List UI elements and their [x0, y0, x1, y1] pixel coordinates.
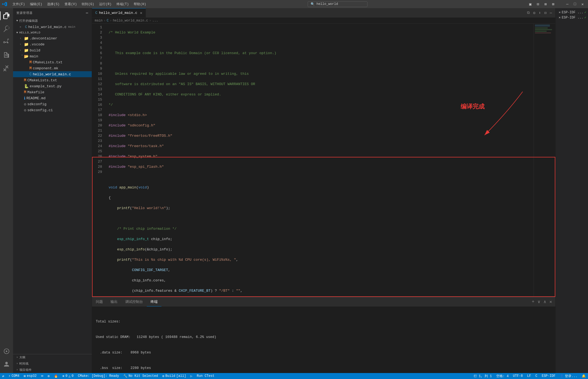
status-esp32[interactable]: ⊞ esp32 — [22, 373, 39, 379]
menu-help[interactable]: 帮助(H) — [131, 1, 148, 7]
panels-icon[interactable]: ⊠ — [550, 1, 556, 7]
components-section[interactable]: › 项目组件 — [13, 367, 92, 373]
file-makefile[interactable]: M Makefile — [13, 89, 92, 95]
outline-section[interactable]: › 大纲 — [13, 354, 92, 361]
file-hello-world-main[interactable]: C hello_world_main.c — [13, 71, 92, 77]
menu-run[interactable]: 运行(R) — [97, 1, 114, 7]
activity-source-control[interactable] — [0, 35, 13, 48]
panels-icon[interactable]: ⊟ — [543, 10, 547, 16]
search-icon: 🔍 — [311, 2, 315, 6]
file-sdkconfig-ci[interactable]: ⚙ sdkconfig.ci — [13, 107, 92, 113]
esp-idf-item-1[interactable]: ✕ ESP-IDF ... ✓ — [559, 10, 586, 14]
status-kit[interactable]: 🔧 No Kit Selected — [121, 373, 160, 379]
more-icon[interactable]: ⋯ — [549, 10, 553, 16]
activity-search[interactable] — [0, 22, 13, 35]
status-position[interactable]: 行 1, 列 1 — [471, 373, 494, 379]
minimize-button[interactable]: — — [564, 1, 571, 7]
file-cmakelists-main[interactable]: M CMakeLists.txt — [13, 59, 92, 65]
code-line-2 — [109, 40, 534, 45]
file-example-test[interactable]: 🐍 example_test.py — [13, 83, 92, 89]
status-runctest[interactable]: Run CTest — [195, 373, 217, 379]
close-button[interactable]: ✕ — [579, 1, 586, 7]
status-errors[interactable]: ⊗ 0 △ 0 — [60, 373, 76, 379]
chevron-up-icon[interactable]: ∧ — [543, 299, 547, 305]
status-remote-icon-item[interactable]: ⇄ — [0, 373, 6, 379]
grid-icon[interactable]: ⊞ — [542, 1, 549, 7]
code-line-12: #include "freertos/task.h" — [109, 144, 534, 149]
encoding-label: UTF-8 — [513, 374, 523, 378]
activity-extensions[interactable] — [0, 61, 13, 74]
code-line-9: #include <stdio.h> — [109, 113, 534, 118]
status-notifications[interactable]: 🔔 — [580, 373, 588, 379]
editor-content[interactable]: 12345 678910 1112131415 1617181920 21222… — [92, 24, 555, 297]
code-editor[interactable]: /* Hello World Example This example code… — [104, 24, 534, 297]
bell-icon: 🔔 — [582, 374, 586, 378]
status-build[interactable]: ⚙ Build [all] — [160, 373, 188, 379]
menu-edit[interactable]: 编辑(E) — [28, 1, 45, 7]
login-label: 登录... — [565, 374, 577, 378]
sidebar-new-file-icon[interactable]: ⋯ — [86, 11, 88, 15]
activity-explorer[interactable] — [0, 9, 13, 22]
panel-tab-terminal[interactable]: 终端 — [147, 297, 161, 306]
menu-select[interactable]: 选择(S) — [45, 1, 62, 7]
file-component-mk[interactable]: M component.mk — [13, 65, 92, 71]
tab-close-icon[interactable]: ✕ — [140, 11, 142, 15]
file-main-folder[interactable]: › 📂 main — [13, 53, 92, 59]
open-file-item[interactable]: ✕ C hello_world_main.c main — [13, 24, 92, 30]
status-run-icon[interactable]: ▷ — [188, 373, 195, 379]
status-settings-icon[interactable]: ⚙ — [45, 373, 52, 379]
status-espidf[interactable]: ESP-IDF — [540, 373, 558, 379]
open-editors-section[interactable]: ▼ 打开的编辑器 — [13, 18, 92, 24]
settings-icon[interactable]: ⚙ — [532, 10, 536, 16]
status-flame-icon[interactable]: 🔥 — [52, 373, 60, 379]
menu-file[interactable]: 文件(F) — [10, 1, 27, 7]
file-cmakelists-root[interactable]: M CMakeLists.txt — [13, 77, 92, 83]
status-spaces[interactable]: 空格: 4 — [494, 373, 511, 379]
activity-run[interactable] — [0, 48, 13, 61]
status-login[interactable]: 👤 登录... — [558, 373, 580, 379]
panel-tab-output[interactable]: 输出 — [107, 297, 121, 306]
status-com4[interactable]: ⚡ COM4 — [6, 373, 22, 379]
file-vscode[interactable]: › 📁 .vscode — [13, 41, 92, 47]
title-search-area: 🔍 hello_world — [148, 1, 527, 7]
title-search-box[interactable]: 🔍 hello_world — [308, 1, 367, 7]
close-editor-icon[interactable]: ✕ — [20, 25, 24, 29]
breadcrumb-file[interactable]: hello_world_main.c — [113, 19, 148, 23]
warning-count: 0 — [72, 374, 74, 378]
file-readme[interactable]: ℹ README.md — [13, 95, 92, 101]
chevron-down-icon[interactable]: ∨ — [537, 299, 541, 305]
layout-icon[interactable]: ▣ — [527, 1, 534, 7]
menu-terminal[interactable]: 终端(T) — [114, 1, 131, 7]
panel-tab-problems[interactable]: 问题 — [92, 297, 107, 306]
project-section[interactable]: ▼ HELLO_WORLD — [13, 30, 92, 35]
menu-goto[interactable]: 转到(G) — [79, 1, 96, 7]
maximize-button[interactable]: □ — [572, 1, 578, 7]
menu-view[interactable]: 查看(V) — [62, 1, 79, 7]
status-cmake[interactable]: CMake: [Debug]: Ready — [76, 373, 121, 379]
breadcrumb-main[interactable]: main — [95, 19, 103, 23]
editor-tab-active[interactable]: C hello_world_main.c ✕ — [92, 8, 146, 17]
breadcrumb-ellipsis[interactable]: ... — [152, 19, 158, 23]
status-lang[interactable]: C — [533, 373, 540, 379]
file-build[interactable]: › 📁 build — [13, 47, 92, 53]
file-devcontainer[interactable]: › 📁 .devcontainer — [13, 35, 92, 41]
outline-chevron-icon: › — [16, 356, 18, 359]
add-terminal-icon[interactable]: + — [531, 299, 535, 305]
terminal-content[interactable]: Total sizes: Used static DRAM: 11248 byt… — [92, 307, 555, 373]
minimap[interactable] — [534, 24, 555, 297]
activity-remote[interactable] — [0, 345, 13, 358]
timeline-section[interactable]: › 时间线 — [13, 361, 92, 367]
split-icon[interactable]: ⊟ — [535, 1, 541, 7]
activity-account[interactable] — [0, 358, 13, 371]
espidf-label: ESP-IDF — [542, 374, 555, 378]
status-term-icon[interactable]: ⌨ — [39, 373, 45, 379]
download-icon[interactable]: ⬇ — [538, 10, 542, 16]
split-editor-icon[interactable]: ⧉ — [526, 10, 531, 15]
breadcrumb-lang[interactable]: C — [107, 19, 109, 23]
close-panel-icon[interactable]: ✕ — [548, 299, 553, 305]
file-sdkconfig[interactable]: ⚙ sdkconfig — [13, 101, 92, 107]
panel-tab-debug-console[interactable]: 调试控制台 — [121, 297, 147, 306]
esp-idf-item-2[interactable]: ✕ ESP-IDF ... ✓ — [559, 15, 586, 20]
status-encoding[interactable]: UTF-8 — [511, 373, 525, 379]
status-eol[interactable]: LF — [525, 373, 533, 379]
